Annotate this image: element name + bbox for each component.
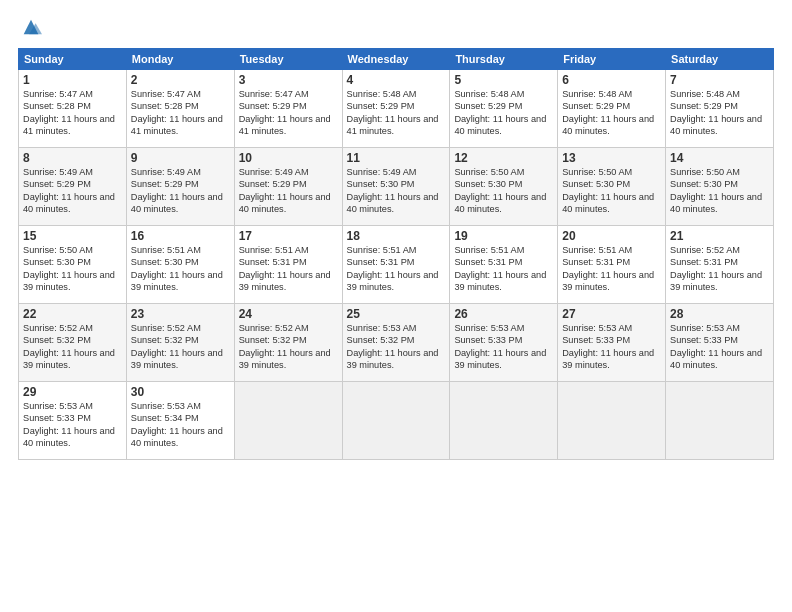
day-cell-22: 22Sunrise: 5:52 AMSunset: 5:32 PMDayligh… bbox=[19, 304, 127, 382]
day-info: Sunrise: 5:52 AMSunset: 5:32 PMDaylight:… bbox=[239, 322, 338, 372]
week-row-1: 1Sunrise: 5:47 AMSunset: 5:28 PMDaylight… bbox=[19, 70, 774, 148]
day-cell-4: 4Sunrise: 5:48 AMSunset: 5:29 PMDaylight… bbox=[342, 70, 450, 148]
day-cell-17: 17Sunrise: 5:51 AMSunset: 5:31 PMDayligh… bbox=[234, 226, 342, 304]
day-number: 10 bbox=[239, 151, 338, 165]
day-cell-13: 13Sunrise: 5:50 AMSunset: 5:30 PMDayligh… bbox=[558, 148, 666, 226]
day-number: 15 bbox=[23, 229, 122, 243]
day-info: Sunrise: 5:48 AMSunset: 5:29 PMDaylight:… bbox=[670, 88, 769, 138]
day-number: 11 bbox=[347, 151, 446, 165]
col-header-friday: Friday bbox=[558, 49, 666, 70]
day-number: 5 bbox=[454, 73, 553, 87]
day-info: Sunrise: 5:48 AMSunset: 5:29 PMDaylight:… bbox=[454, 88, 553, 138]
day-info: Sunrise: 5:53 AMSunset: 5:33 PMDaylight:… bbox=[670, 322, 769, 372]
day-cell-21: 21Sunrise: 5:52 AMSunset: 5:31 PMDayligh… bbox=[666, 226, 774, 304]
day-info: Sunrise: 5:51 AMSunset: 5:31 PMDaylight:… bbox=[454, 244, 553, 294]
col-header-monday: Monday bbox=[126, 49, 234, 70]
calendar-table: SundayMondayTuesdayWednesdayThursdayFrid… bbox=[18, 48, 774, 460]
day-number: 7 bbox=[670, 73, 769, 87]
day-cell-12: 12Sunrise: 5:50 AMSunset: 5:30 PMDayligh… bbox=[450, 148, 558, 226]
day-number: 17 bbox=[239, 229, 338, 243]
day-cell-25: 25Sunrise: 5:53 AMSunset: 5:32 PMDayligh… bbox=[342, 304, 450, 382]
day-number: 1 bbox=[23, 73, 122, 87]
day-cell-26: 26Sunrise: 5:53 AMSunset: 5:33 PMDayligh… bbox=[450, 304, 558, 382]
day-info: Sunrise: 5:47 AMSunset: 5:28 PMDaylight:… bbox=[23, 88, 122, 138]
day-number: 21 bbox=[670, 229, 769, 243]
day-cell-2: 2Sunrise: 5:47 AMSunset: 5:28 PMDaylight… bbox=[126, 70, 234, 148]
day-cell-11: 11Sunrise: 5:49 AMSunset: 5:30 PMDayligh… bbox=[342, 148, 450, 226]
week-row-3: 15Sunrise: 5:50 AMSunset: 5:30 PMDayligh… bbox=[19, 226, 774, 304]
day-info: Sunrise: 5:50 AMSunset: 5:30 PMDaylight:… bbox=[454, 166, 553, 216]
day-number: 29 bbox=[23, 385, 122, 399]
day-cell-20: 20Sunrise: 5:51 AMSunset: 5:31 PMDayligh… bbox=[558, 226, 666, 304]
col-header-thursday: Thursday bbox=[450, 49, 558, 70]
day-info: Sunrise: 5:49 AMSunset: 5:29 PMDaylight:… bbox=[23, 166, 122, 216]
col-header-sunday: Sunday bbox=[19, 49, 127, 70]
day-info: Sunrise: 5:51 AMSunset: 5:30 PMDaylight:… bbox=[131, 244, 230, 294]
day-cell-16: 16Sunrise: 5:51 AMSunset: 5:30 PMDayligh… bbox=[126, 226, 234, 304]
day-cell-24: 24Sunrise: 5:52 AMSunset: 5:32 PMDayligh… bbox=[234, 304, 342, 382]
page: SundayMondayTuesdayWednesdayThursdayFrid… bbox=[0, 0, 792, 612]
day-info: Sunrise: 5:49 AMSunset: 5:29 PMDaylight:… bbox=[239, 166, 338, 216]
day-cell-28: 28Sunrise: 5:53 AMSunset: 5:33 PMDayligh… bbox=[666, 304, 774, 382]
day-number: 23 bbox=[131, 307, 230, 321]
empty-cell bbox=[450, 382, 558, 460]
day-cell-27: 27Sunrise: 5:53 AMSunset: 5:33 PMDayligh… bbox=[558, 304, 666, 382]
day-info: Sunrise: 5:52 AMSunset: 5:32 PMDaylight:… bbox=[23, 322, 122, 372]
day-number: 26 bbox=[454, 307, 553, 321]
empty-cell bbox=[666, 382, 774, 460]
col-header-saturday: Saturday bbox=[666, 49, 774, 70]
empty-cell bbox=[234, 382, 342, 460]
day-cell-18: 18Sunrise: 5:51 AMSunset: 5:31 PMDayligh… bbox=[342, 226, 450, 304]
day-info: Sunrise: 5:47 AMSunset: 5:29 PMDaylight:… bbox=[239, 88, 338, 138]
day-number: 6 bbox=[562, 73, 661, 87]
col-header-wednesday: Wednesday bbox=[342, 49, 450, 70]
day-info: Sunrise: 5:53 AMSunset: 5:32 PMDaylight:… bbox=[347, 322, 446, 372]
header bbox=[18, 16, 774, 38]
day-number: 22 bbox=[23, 307, 122, 321]
week-row-4: 22Sunrise: 5:52 AMSunset: 5:32 PMDayligh… bbox=[19, 304, 774, 382]
day-cell-5: 5Sunrise: 5:48 AMSunset: 5:29 PMDaylight… bbox=[450, 70, 558, 148]
day-info: Sunrise: 5:53 AMSunset: 5:34 PMDaylight:… bbox=[131, 400, 230, 450]
day-cell-30: 30Sunrise: 5:53 AMSunset: 5:34 PMDayligh… bbox=[126, 382, 234, 460]
day-number: 8 bbox=[23, 151, 122, 165]
day-info: Sunrise: 5:52 AMSunset: 5:31 PMDaylight:… bbox=[670, 244, 769, 294]
day-info: Sunrise: 5:49 AMSunset: 5:30 PMDaylight:… bbox=[347, 166, 446, 216]
logo bbox=[18, 16, 42, 38]
day-number: 18 bbox=[347, 229, 446, 243]
day-cell-7: 7Sunrise: 5:48 AMSunset: 5:29 PMDaylight… bbox=[666, 70, 774, 148]
day-cell-19: 19Sunrise: 5:51 AMSunset: 5:31 PMDayligh… bbox=[450, 226, 558, 304]
day-cell-15: 15Sunrise: 5:50 AMSunset: 5:30 PMDayligh… bbox=[19, 226, 127, 304]
day-cell-23: 23Sunrise: 5:52 AMSunset: 5:32 PMDayligh… bbox=[126, 304, 234, 382]
day-info: Sunrise: 5:50 AMSunset: 5:30 PMDaylight:… bbox=[562, 166, 661, 216]
day-number: 12 bbox=[454, 151, 553, 165]
logo-icon bbox=[20, 16, 42, 38]
day-info: Sunrise: 5:47 AMSunset: 5:28 PMDaylight:… bbox=[131, 88, 230, 138]
day-number: 2 bbox=[131, 73, 230, 87]
day-cell-1: 1Sunrise: 5:47 AMSunset: 5:28 PMDaylight… bbox=[19, 70, 127, 148]
day-cell-9: 9Sunrise: 5:49 AMSunset: 5:29 PMDaylight… bbox=[126, 148, 234, 226]
day-info: Sunrise: 5:51 AMSunset: 5:31 PMDaylight:… bbox=[347, 244, 446, 294]
day-number: 14 bbox=[670, 151, 769, 165]
day-info: Sunrise: 5:51 AMSunset: 5:31 PMDaylight:… bbox=[562, 244, 661, 294]
day-info: Sunrise: 5:48 AMSunset: 5:29 PMDaylight:… bbox=[562, 88, 661, 138]
day-info: Sunrise: 5:53 AMSunset: 5:33 PMDaylight:… bbox=[454, 322, 553, 372]
day-cell-8: 8Sunrise: 5:49 AMSunset: 5:29 PMDaylight… bbox=[19, 148, 127, 226]
day-number: 9 bbox=[131, 151, 230, 165]
day-number: 28 bbox=[670, 307, 769, 321]
day-info: Sunrise: 5:49 AMSunset: 5:29 PMDaylight:… bbox=[131, 166, 230, 216]
day-cell-6: 6Sunrise: 5:48 AMSunset: 5:29 PMDaylight… bbox=[558, 70, 666, 148]
day-number: 4 bbox=[347, 73, 446, 87]
header-row: SundayMondayTuesdayWednesdayThursdayFrid… bbox=[19, 49, 774, 70]
empty-cell bbox=[558, 382, 666, 460]
day-number: 30 bbox=[131, 385, 230, 399]
day-info: Sunrise: 5:52 AMSunset: 5:32 PMDaylight:… bbox=[131, 322, 230, 372]
day-info: Sunrise: 5:53 AMSunset: 5:33 PMDaylight:… bbox=[23, 400, 122, 450]
day-number: 24 bbox=[239, 307, 338, 321]
day-cell-14: 14Sunrise: 5:50 AMSunset: 5:30 PMDayligh… bbox=[666, 148, 774, 226]
empty-cell bbox=[342, 382, 450, 460]
day-info: Sunrise: 5:51 AMSunset: 5:31 PMDaylight:… bbox=[239, 244, 338, 294]
day-cell-29: 29Sunrise: 5:53 AMSunset: 5:33 PMDayligh… bbox=[19, 382, 127, 460]
day-number: 25 bbox=[347, 307, 446, 321]
day-number: 20 bbox=[562, 229, 661, 243]
day-info: Sunrise: 5:50 AMSunset: 5:30 PMDaylight:… bbox=[23, 244, 122, 294]
